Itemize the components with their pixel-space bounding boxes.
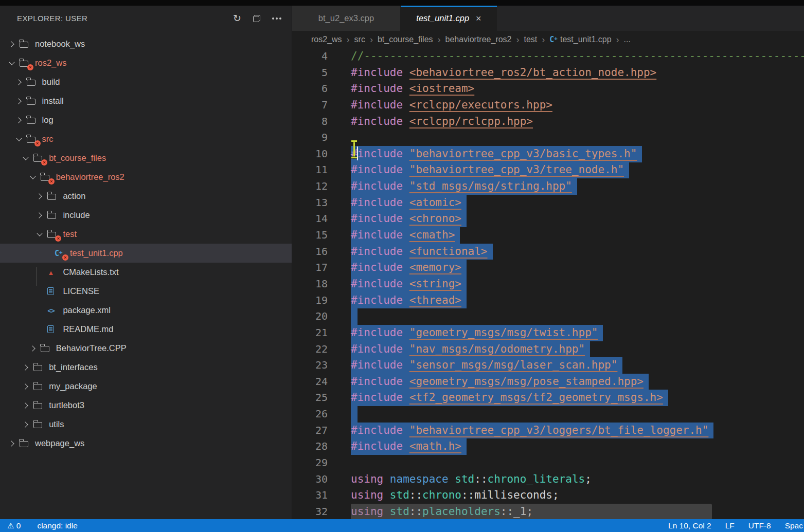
line-number[interactable]: 24 [292,374,328,390]
code-line-21[interactable]: 21#include "geometry_msgs/msg/twist.hpp" [292,325,804,341]
tree-item-LICENSE[interactable]: LICENSE [0,282,292,301]
refresh-explorer-icon[interactable]: ↻ [233,13,241,23]
code-line-4[interactable]: 4//-------------------------------------… [292,48,804,65]
line-number[interactable]: 31 [292,487,328,504]
line-number[interactable]: 5 [292,65,328,81]
code-line-17[interactable]: 17#include <memory> [292,260,804,276]
line-number[interactable]: 25 [292,390,328,406]
chevron-right-icon[interactable] [14,116,27,124]
line-number[interactable]: 22 [292,341,328,358]
code-line-24[interactable]: 24#include <geometry_msgs/msg/pose_stamp… [292,374,804,390]
code-line-10[interactable]: 10#include "behaviortree_cpp_v3/basic_ty… [292,146,804,162]
tree-item-README.md[interactable]: README.md [0,320,292,339]
line-number[interactable]: 23 [292,357,328,374]
code-line-29[interactable]: 29 [292,455,804,471]
line-number[interactable]: 26 [292,406,328,423]
line-number[interactable]: 7 [292,97,328,114]
tree-item-BehaviorTree.CPP[interactable]: BehaviorTree.CPP [0,339,292,358]
horizontal-scrollbar[interactable] [351,504,712,519]
line-number[interactable]: 29 [292,455,328,471]
tree-item-log[interactable]: log [0,111,292,130]
language-server-status[interactable]: clangd: idle [37,521,77,530]
tree-item-bt_course_files[interactable]: ×bt_course_files [0,149,292,168]
line-number[interactable]: 28 [292,438,328,455]
breadcrumb-item-...[interactable]: ... [624,35,631,44]
chevron-right-icon[interactable] [7,40,20,48]
tree-item-CMakeLists.txt[interactable]: CMakeLists.txt [0,263,292,282]
breadcrumb-item-test_unit1.cpp[interactable]: test_unit1.cpp [560,35,612,44]
code-line-19[interactable]: 19#include <thread> [292,292,804,309]
tab-bt_u2_ex3-cpp[interactable]: bt_u2_ex3.cpp [292,6,401,31]
line-number[interactable]: 14 [292,211,328,227]
code-line-15[interactable]: 15#include <cmath> [292,227,804,244]
line-number[interactable]: 19 [292,292,328,309]
chevron-down-icon[interactable] [14,135,27,143]
chevron-right-icon[interactable] [21,363,33,372]
chevron-down-icon[interactable] [35,230,47,239]
cursor-position[interactable]: Ln 10, Col 2 [668,521,711,530]
line-number[interactable]: 6 [292,81,328,97]
line-number[interactable]: 32 [292,504,328,519]
tree-item-webpage_ws[interactable]: webpage_ws [0,434,292,453]
tree-item-behaviortree_ros2[interactable]: ×behaviortree_ros2 [0,168,292,187]
tree-item-ros2_ws[interactable]: ×ros2_ws [0,53,292,72]
chevron-right-icon[interactable] [35,211,47,219]
more-actions-icon[interactable] [272,17,274,20]
code-line-11[interactable]: 11#include "behaviortree_cpp_v3/tree_nod… [292,162,804,178]
line-number[interactable]: 16 [292,244,328,260]
tree-item-bt_interfaces[interactable]: bt_interfaces [0,358,292,377]
problems-indicator[interactable]: ⚠ 0 [7,521,21,530]
code-line-7[interactable]: 7#include <rclcpp/executors.hpp> [292,97,804,114]
code-line-12[interactable]: 12#include "std_msgs/msg/string.hpp" [292,178,804,195]
line-number[interactable]: 13 [292,195,328,211]
code-line-27[interactable]: 27#include "behaviortree_cpp_v3/loggers/… [292,423,804,439]
tree-item-notebook_ws[interactable]: notebook_ws [0,34,292,53]
tree-item-test_unit1.cpp[interactable]: ×test_unit1.cpp [0,244,292,263]
code-line-9[interactable]: 9 [292,130,804,146]
code-line-16[interactable]: 16#include <functional> [292,244,804,260]
code-line-5[interactable]: 5#include <behaviortree_ros2/bt_action_n… [292,65,804,81]
indentation-indicator[interactable]: Spac [785,521,803,530]
chevron-right-icon[interactable] [21,401,33,410]
code-line-28[interactable]: 28#include <math.h> [292,438,804,455]
chevron-down-icon[interactable] [28,173,41,181]
code-line-13[interactable]: 13#include <atomic> [292,195,804,211]
eol-indicator[interactable]: LF [725,521,735,530]
line-number[interactable]: 30 [292,471,328,488]
tree-item-turtlebot3[interactable]: turtlebot3 [0,396,292,415]
chevron-right-icon[interactable] [21,420,33,429]
code-line-30[interactable]: 30using namespace std::chrono_literals; [292,471,804,488]
tree-item-src[interactable]: ×src [0,130,292,149]
breadcrumb-item-bt_course_files[interactable]: bt_course_files [378,35,433,44]
tree-item-build[interactable]: build [0,72,292,91]
breadcrumb-item-behaviortree_ros2[interactable]: behaviortree_ros2 [445,35,512,44]
tree-item-action[interactable]: action [0,187,292,206]
encoding-indicator[interactable]: UTF-8 [748,521,771,530]
breadcrumb-item-src[interactable]: src [354,35,365,44]
line-number[interactable]: 4 [292,48,328,65]
tab-test_unit1-cpp[interactable]: test_unit1.cpp × [401,6,497,31]
line-number[interactable]: 10 [292,146,328,162]
code-editor[interactable]: 4//-------------------------------------… [292,48,804,519]
code-line-14[interactable]: 14#include <chrono> [292,211,804,227]
code-line-8[interactable]: 8#include <rclcpp/rclcpp.hpp> [292,114,804,130]
breadcrumb-item-ros2_ws[interactable]: ros2_ws [311,35,342,44]
line-number[interactable]: 8 [292,114,328,130]
code-line-25[interactable]: 25#include <tf2_geometry_msgs/tf2_geomet… [292,390,804,406]
code-line-18[interactable]: 18#include <string> [292,276,804,292]
collapse-folders-icon[interactable] [253,15,260,22]
chevron-down-icon[interactable] [21,154,33,162]
chevron-right-icon[interactable] [35,192,47,200]
line-number[interactable]: 12 [292,178,328,195]
line-number[interactable]: 18 [292,276,328,292]
chevron-right-icon[interactable] [14,78,27,86]
tree-item-include[interactable]: include [0,206,292,225]
line-number[interactable]: 11 [292,162,328,178]
code-line-6[interactable]: 6#include <iostream> [292,81,804,97]
chevron-right-icon[interactable] [28,344,41,353]
code-line-26[interactable]: 26 [292,406,804,423]
code-line-20[interactable]: 20 [292,308,804,325]
line-number[interactable]: 9 [292,130,328,146]
chevron-down-icon[interactable] [7,59,20,67]
code-line-31[interactable]: 31using std::chrono::milliseconds; [292,487,804,504]
